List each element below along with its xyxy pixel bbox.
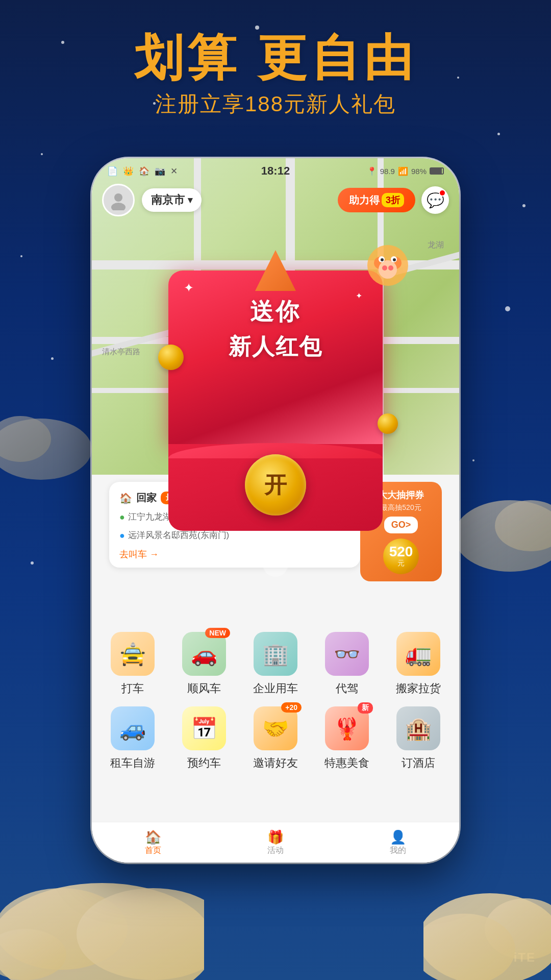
overlay-close-button[interactable]: ×: [263, 551, 288, 577]
nav-activity[interactable]: 🎁 活动: [267, 829, 284, 856]
nav-home[interactable]: 🏠 首页: [145, 829, 161, 856]
driver-icon: 👓: [325, 632, 369, 676]
star: [497, 133, 500, 135]
star: [20, 255, 22, 257]
scheduled-icon: 📅: [182, 706, 226, 750]
invite-icon: 🤝 +20: [254, 706, 297, 750]
service-item-invite[interactable]: 🤝 +20 邀请好友: [245, 706, 306, 771]
rental-icon: 🚙: [111, 706, 155, 750]
prize-amount: 520: [389, 545, 413, 559]
promo-badge: 3折: [382, 193, 404, 207]
food-icon: 🦞 新: [325, 706, 369, 750]
svg-point-21: [381, 258, 384, 261]
star: [51, 357, 54, 360]
redpacket-overlay[interactable]: ✦ ✦ 送你 新人红包 开: [168, 271, 383, 531]
service-item-driver[interactable]: 👓 代驾: [316, 632, 378, 696]
service-item-hotel[interactable]: 🏨 订酒店: [388, 706, 449, 771]
status-right: 📍 98.9 📶 98%: [367, 166, 444, 176]
svg-point-11: [114, 193, 122, 202]
driver-label: 代驾: [336, 681, 358, 696]
sparkle-icon: ✦: [184, 281, 194, 295]
service-item-rental[interactable]: 🚙 租车自游: [102, 706, 163, 771]
rp-title-line1: 送你: [184, 296, 367, 328]
star: [31, 561, 34, 565]
wifi-icon: 📶: [398, 166, 408, 176]
rp-character: [362, 240, 413, 291]
star: [255, 26, 259, 30]
notification-dot: [439, 189, 446, 197]
message-button[interactable]: 💬: [421, 186, 449, 214]
service-item-taxi[interactable]: 🚖 打车: [102, 632, 163, 696]
map-label: 清水亭西路: [102, 347, 140, 357]
svg-point-18: [388, 265, 393, 271]
promo-button[interactable]: 助力得 3折: [338, 188, 415, 212]
chevron-down-icon: ▾: [188, 194, 192, 206]
rp-lower: 开: [168, 444, 383, 531]
main-title: 划算 更自由: [0, 31, 551, 85]
invite-label: 邀请好友: [253, 755, 298, 771]
carpool-label: 顺风车: [187, 681, 221, 696]
green-dot-icon: ●: [119, 509, 125, 525]
service-row-2: 🚙 租车自游 📅 预约车 🤝 +20 邀请好友: [97, 706, 454, 771]
location-icon: 📍: [367, 166, 377, 176]
header-section: 划算 更自由 注册立享188元新人礼包: [0, 31, 551, 118]
gold-ball-right: [378, 413, 398, 434]
svg-point-16: [379, 260, 397, 279]
redpacket-body: ✦ ✦ 送你 新人红包: [168, 271, 383, 444]
nav-profile[interactable]: 👤 我的: [390, 829, 406, 856]
moving-label: 搬家拉货: [396, 681, 441, 696]
star: [522, 204, 525, 207]
taxi-label: 打车: [121, 681, 144, 696]
taxi-icon: 🚖: [111, 632, 155, 676]
prize-circle: 520 元: [383, 538, 419, 574]
subtitle: 注册立享188元新人礼包: [0, 90, 551, 118]
cloud-mid-left: [0, 383, 92, 485]
sparkle-icon: ✦: [356, 291, 362, 301]
go-hail-button[interactable]: 去叫车 →: [119, 548, 350, 560]
svg-point-12: [111, 203, 126, 210]
home-nav-icon: 🏠: [145, 829, 161, 845]
lottery-go-button[interactable]: GO>: [384, 517, 418, 533]
user-avatar[interactable]: [102, 184, 135, 216]
service-item-carpool[interactable]: 🚗 NEW 顺风车: [173, 632, 235, 696]
food-badge: 新: [358, 702, 373, 714]
activity-nav-icon: 🎁: [267, 829, 284, 845]
status-bar: 📄 👑 🏠 📷 ✕ 18:12 📍 98.9 📶 98%: [92, 158, 459, 184]
enterprise-label: 企业用车: [253, 681, 298, 696]
map-header: 南京市 ▾ 助力得 3折 💬: [92, 184, 459, 216]
bottom-panel: 🏠 回家 最快1分钟上车 ● 江宁九龙湖国际企业总部园 ● 远洋风景名邸: [92, 475, 459, 863]
star: [505, 306, 510, 311]
star: [41, 153, 43, 155]
rp-open-button[interactable]: 开: [245, 454, 306, 516]
status-time: 18:12: [261, 164, 290, 178]
prize-currency: 元: [397, 559, 405, 568]
home-icon: 🏠: [119, 492, 132, 504]
service-grid: 🚖 打车 🚗 NEW 顺风车 🏢 企业用车: [92, 632, 459, 781]
svg-point-17: [382, 265, 387, 271]
hotel-label: 订酒店: [402, 755, 435, 771]
status-icons-left: 📄 👑 🏠 📷 ✕: [107, 166, 178, 177]
blue-dot-icon: ●: [119, 527, 125, 544]
rental-label: 租车自游: [110, 755, 155, 771]
phone-frame-container: 九龙 龙湖 清水亭西路 📄 👑 🏠 📷 ✕ 18:12 📍 98.: [92, 158, 459, 863]
service-item-scheduled[interactable]: 📅 预约车: [173, 706, 235, 771]
home-nav-label: 首页: [145, 845, 161, 856]
service-row-1: 🚖 打车 🚗 NEW 顺风车 🏢 企业用车: [97, 632, 454, 696]
service-item-moving[interactable]: 🚛 搬家拉货: [388, 632, 449, 696]
profile-nav-label: 我的: [390, 845, 406, 856]
phone-inner: 九龙 龙湖 清水亭西路 📄 👑 🏠 📷 ✕ 18:12 📍 98.: [92, 158, 459, 863]
phone-frame: 九龙 龙湖 清水亭西路 📄 👑 🏠 📷 ✕ 18:12 📍 98.: [92, 158, 459, 863]
service-item-food[interactable]: 🦞 新 特惠美食: [316, 706, 378, 771]
svg-point-22: [393, 258, 396, 261]
lottery-prize-display: 520 元: [366, 538, 436, 574]
battery-text: 98%: [411, 167, 427, 176]
food-label: 特惠美食: [324, 755, 369, 771]
city-selector-button[interactable]: 南京市 ▾: [142, 188, 202, 212]
battery-icon: [430, 167, 444, 175]
service-item-enterprise[interactable]: 🏢 企业用车: [245, 632, 306, 696]
scheduled-label: 预约车: [187, 755, 221, 771]
map-label: 龙湖: [428, 240, 444, 251]
invite-badge: +20: [281, 702, 302, 713]
city-name: 南京市: [151, 192, 185, 208]
rp-title-line2: 新人红包: [184, 332, 367, 362]
